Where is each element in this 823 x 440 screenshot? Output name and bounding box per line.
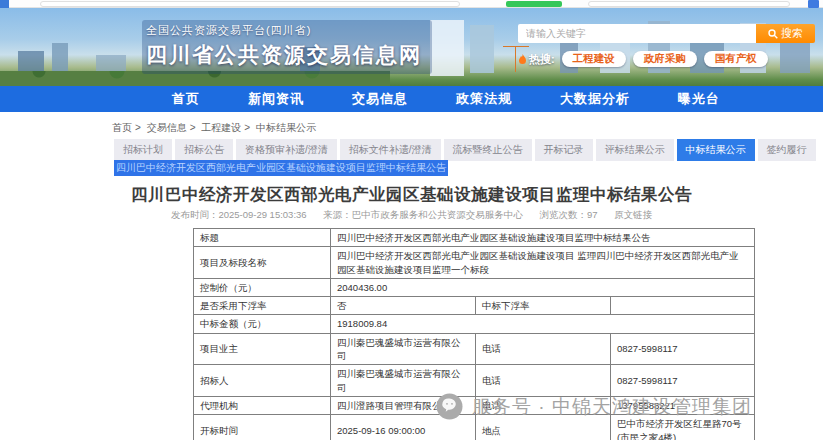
site-title: 四川省公共资源交易信息网	[146, 41, 422, 69]
table-row: 项目业主 四川秦巴魂盛城市运营有限公司 电话 0827-5998117	[194, 333, 755, 365]
table-label: 开标时间	[194, 415, 331, 440]
table-label: 代理机构	[194, 396, 331, 414]
breadcrumb-trade-info[interactable]: 交易信息	[147, 122, 187, 133]
table-label: 招标人	[194, 365, 331, 397]
tab-prequalification-addendum[interactable]: 资格预审补遗/澄清	[236, 139, 337, 161]
wechat-service-account-icon	[436, 393, 463, 420]
views-label: 浏览次数：	[539, 209, 587, 220]
search-area: 搜索 热搜: 工程建设 政府采购 国有产权	[518, 24, 818, 67]
breadcrumb-separator: >	[135, 122, 141, 133]
platform-label: 全国公共资源交易平台(四川省)	[146, 23, 422, 38]
breadcrumb-current[interactable]: 中标结果公示	[256, 122, 316, 133]
browser-address-bar[interactable]	[40, 1, 460, 7]
browser-chrome	[0, 0, 823, 8]
wechat-watermark: 服务号 · 中锦天鸿建设管理集团	[436, 393, 752, 420]
table-value: 四川秦巴魂盛城市运营有限公司	[331, 333, 476, 365]
source-label: 来源：	[323, 209, 352, 220]
nav-item-policy[interactable]: 政策法规	[456, 90, 512, 108]
table-value: 1918009.84	[331, 315, 755, 333]
search-button[interactable]: 搜索	[756, 24, 815, 43]
site-banner: 全国公共资源交易平台(四川省) 四川省公共资源交易信息网 搜索	[0, 8, 823, 86]
publish-time-label: 发布时间：	[171, 209, 219, 220]
tab-award-result[interactable]: 中标结果公示	[677, 139, 755, 161]
watermark-text: 服务号 · 中锦天鸿建设管理集团	[472, 394, 752, 420]
publish-time: 2025-09-29 15:03:36	[218, 209, 306, 220]
browser-extension-icon[interactable]	[808, 0, 819, 8]
tab-bar: 招标计划 招标公告 资格预审补遗/澄清 招标文件补遗/澄清 流标暨终止公告 开标…	[114, 139, 816, 161]
page: 全国公共资源交易平台(四川省) 四川省公共资源交易信息网 搜索	[0, 0, 823, 440]
table-row: 标题 四川巴中经济开发区西部光电产业园区基础设施建设项目监理中标结果公告	[194, 229, 755, 247]
table-row: 中标金额（元） 1918009.84	[194, 315, 755, 333]
source: 巴中市政务服务和公共资源交易服务中心	[352, 209, 523, 220]
nav-item-home[interactable]: 首页	[172, 90, 200, 108]
table-label: 项目业主	[194, 333, 331, 365]
tab-evaluation-result[interactable]: 评标结果公示	[596, 139, 674, 161]
skyline-building	[52, 43, 68, 73]
table-value: 否	[331, 297, 476, 315]
nav-item-bigdata[interactable]: 大数据分析	[560, 90, 630, 108]
table-value	[611, 297, 755, 315]
search-box: 搜索	[518, 24, 818, 43]
table-label: 中标下浮率	[476, 297, 611, 315]
skyline-building	[430, 20, 464, 76]
hot-tag-procurement[interactable]: 政府采购	[633, 51, 697, 67]
browser-search-bar[interactable]	[588, 1, 790, 7]
selected-result-link[interactable]: 四川巴中经济开发区西部光电产业园区基础设施建设项目监理中标结果公告	[114, 160, 448, 176]
hot-search-label: 热搜:	[518, 52, 555, 67]
table-value: 0827-5998117	[611, 333, 755, 365]
tab-contract-performance[interactable]: 签约履行	[758, 139, 816, 161]
tab-bid-plan[interactable]: 招标计划	[114, 139, 172, 161]
table-label: 控制价（元）	[194, 278, 331, 296]
skyline-building	[18, 51, 44, 73]
table-row: 招标人 四川秦巴魂盛城市运营有限公司 电话 0827-5998117	[194, 365, 755, 397]
nav-item-trade-info[interactable]: 交易信息	[352, 90, 408, 108]
site-brand: 全国公共资源交易平台(四川省) 四川省公共资源交易信息网	[142, 20, 432, 74]
table-row: 是否采用下浮率 否 中标下浮率	[194, 297, 755, 315]
hot-tag-engineering[interactable]: 工程建设	[562, 51, 626, 67]
breadcrumb-separator: >	[244, 122, 250, 133]
nav-item-news[interactable]: 新闻资讯	[248, 90, 304, 108]
flame-icon	[518, 54, 527, 65]
table-label: 项目及标段名称	[194, 247, 331, 279]
article-meta: 发布时间：2025-09-29 15:03:36 来源：巴中市政务服务和公共资源…	[0, 209, 823, 222]
table-label: 是否采用下浮率	[194, 297, 331, 315]
search-button-label: 搜索	[781, 26, 803, 41]
skyline-building	[470, 25, 494, 73]
breadcrumb: 首页> 交易信息> 工程建设> 中标结果公示	[112, 121, 316, 135]
browser-green-button[interactable]	[506, 1, 562, 7]
hot-search-row: 热搜: 工程建设 政府采购 国有产权	[518, 51, 818, 67]
hot-tag-property[interactable]: 国有产权	[704, 51, 768, 67]
table-value: 0827-5998117	[611, 365, 755, 397]
main-nav: 首页 新闻资讯 交易信息 政策法规 大数据分析 曝光台	[0, 86, 823, 112]
tab-bid-announcement[interactable]: 招标公告	[175, 139, 233, 161]
table-label: 电话	[476, 365, 611, 397]
views-count: 97	[587, 209, 598, 220]
search-input[interactable]	[518, 24, 756, 43]
table-value: 四川巴中经济开发区西部光电产业园区基础设施建设项目监理中标结果公告	[331, 229, 755, 247]
table-value: 四川秦巴魂盛城市运营有限公司	[331, 365, 476, 397]
tab-bid-opening-record[interactable]: 开标记录	[535, 139, 593, 161]
table-label: 中标金额（元）	[194, 315, 331, 333]
browser-app-icon	[0, 0, 9, 8]
table-value: 2040436.00	[331, 278, 755, 296]
tab-bid-doc-addendum[interactable]: 招标文件补遗/澄清	[340, 139, 441, 161]
breadcrumb-engineering[interactable]: 工程建设	[201, 122, 241, 133]
search-icon	[768, 29, 778, 39]
table-row: 项目及标段名称 四川巴中经济开发区西部光电产业园区基础设施建设项目 监理四川巴中…	[194, 247, 755, 279]
table-value: 四川巴中经济开发区西部光电产业园区基础设施建设项目 监理四川巴中经济开发区西部光…	[331, 247, 755, 279]
construction-crane	[515, 46, 516, 72]
tab-failed-termination[interactable]: 流标暨终止公告	[444, 139, 532, 161]
table-row: 控制价（元） 2040436.00	[194, 278, 755, 296]
table-label: 电话	[476, 333, 611, 365]
breadcrumb-separator: >	[190, 122, 196, 133]
original-link[interactable]: 原文链接	[614, 209, 652, 220]
nav-item-exposure[interactable]: 曝光台	[678, 90, 720, 108]
breadcrumb-home[interactable]: 首页	[112, 122, 132, 133]
page-title: 四川巴中经济开发区西部光电产业园区基础设施建设项目监理中标结果公告	[0, 184, 823, 206]
table-label: 标题	[194, 229, 331, 247]
